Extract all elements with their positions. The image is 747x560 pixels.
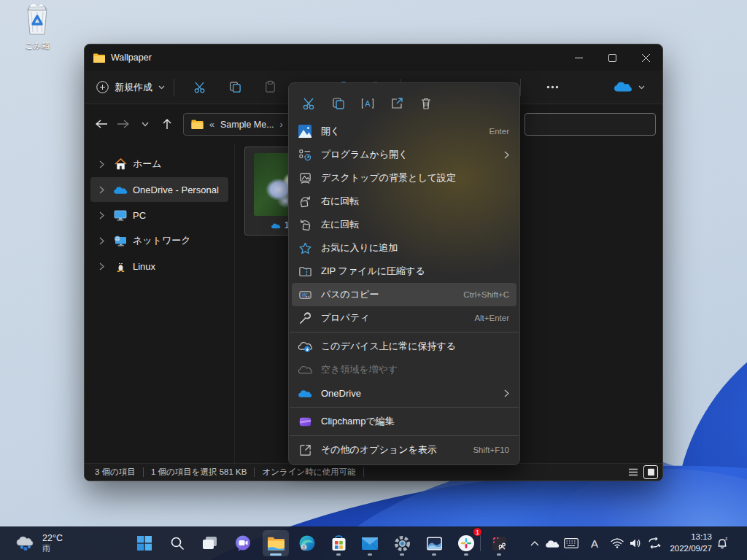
status-divider [143, 467, 144, 477]
navigation-pane: ホーム OneDrive - Personal PC ネットワーク Linux [85, 144, 234, 463]
mail-taskbar-button[interactable] [357, 530, 383, 556]
details-view-button[interactable] [626, 465, 640, 479]
folder-icon [191, 120, 204, 129]
sidebar-item-home[interactable]: ホーム [90, 152, 228, 176]
cloud-download-icon [298, 341, 312, 353]
snipping-tool-taskbar-button[interactable] [486, 530, 512, 556]
weather-condition: 雨 [42, 544, 63, 553]
breadcrumb-root[interactable]: Sample Me... [220, 120, 274, 130]
cut-button[interactable] [295, 91, 324, 116]
breadcrumb-overflow[interactable]: « [209, 120, 214, 130]
toolbar-divider [520, 79, 521, 96]
copy-button[interactable] [218, 75, 252, 100]
forward-button[interactable] [112, 113, 134, 135]
menu-item-show-more-options[interactable]: その他のオプションを表示 Shift+F10 [292, 438, 516, 462]
submenu-arrow-icon [504, 389, 509, 397]
tray-time: 13:13 [670, 532, 712, 543]
sidebar-item-linux[interactable]: Linux [90, 254, 228, 279]
menu-item-open-with[interactable]: プログラムから開く [292, 143, 516, 166]
search-button[interactable] [164, 530, 190, 556]
menu-item-add-to-favorites[interactable]: お気に入りに追加 [292, 236, 516, 260]
menu-item-onedrive[interactable]: OneDrive [292, 381, 516, 405]
zip-folder-icon [298, 265, 312, 279]
chevron-right-icon[interactable] [95, 160, 108, 168]
menu-separator [290, 332, 519, 332]
see-more-button[interactable] [535, 75, 569, 100]
start-button[interactable] [131, 530, 158, 556]
onedrive-tray-icon[interactable] [544, 535, 560, 551]
menu-item-rotate-right[interactable]: 右に回転 [292, 190, 516, 213]
chevron-down-icon [638, 85, 645, 90]
menu-item-always-keep-on-device[interactable]: このデバイス上に常に保持する [292, 335, 516, 358]
set-background-icon [298, 171, 312, 185]
maximize-button[interactable] [595, 44, 629, 71]
menu-item-edit-with-clipchamp[interactable]: Clipchampで編集 [292, 410, 516, 433]
wifi-icon[interactable] [609, 535, 625, 551]
weather-widget[interactable]: 22°C 雨 [9, 526, 69, 560]
tray-overflow-chevron[interactable] [528, 535, 541, 551]
chevron-right-icon[interactable] [95, 211, 108, 219]
slack-taskbar-button[interactable]: 1 [453, 530, 479, 556]
recent-locations-button[interactable] [134, 113, 156, 135]
weather-temperature: 22°C [42, 533, 63, 543]
desktop: ごみ箱 Wallpaper 新規作成 [0, 0, 747, 560]
cut-button[interactable] [183, 75, 217, 100]
sidebar-item-pc[interactable]: PC [90, 203, 228, 228]
minimize-button[interactable] [562, 44, 595, 71]
plus-circle-icon [96, 81, 109, 93]
toolbar-divider [174, 79, 174, 96]
chevron-right-icon[interactable] [95, 262, 108, 271]
chat-button[interactable] [230, 530, 256, 556]
pc-icon [112, 210, 128, 221]
copy-path-icon: W [298, 288, 312, 302]
share-button[interactable] [382, 91, 411, 116]
edge-taskbar-button[interactable] [294, 530, 320, 556]
search-input[interactable] [525, 113, 656, 136]
menu-item-rotate-left[interactable]: 左に回転 [292, 213, 516, 236]
menu-item-copy-path[interactable]: W パスのコピー Ctrl+Shift+C [292, 283, 516, 306]
menu-separator [290, 435, 519, 436]
notification-bell-icon[interactable]: z [713, 535, 731, 551]
volume-icon[interactable] [627, 535, 643, 551]
image-file-icon [298, 124, 312, 139]
recycle-bin-shortcut[interactable]: ごみ箱 [13, 4, 61, 51]
rename-button[interactable]: A [353, 91, 382, 116]
open-with-icon [298, 148, 312, 162]
sidebar-item-label: PC [133, 210, 146, 221]
store-taskbar-button[interactable] [325, 530, 352, 556]
copy-button[interactable] [324, 91, 353, 116]
folder-icon [93, 53, 105, 63]
menu-item-compress-to-zip[interactable]: ZIP ファイルに圧縮する [292, 260, 516, 283]
quick-actions-row: A [289, 88, 519, 120]
context-menu: A 開く Enter プログラムから開く デスクトップの背景として設定 右に [288, 82, 520, 465]
sidebar-item-onedrive[interactable]: OneDrive - Personal [90, 177, 228, 202]
ime-mode-indicator[interactable]: A [588, 535, 601, 551]
cloud-status-icon [271, 222, 281, 229]
settings-taskbar-button[interactable] [389, 530, 415, 556]
chevron-right-icon[interactable] [95, 186, 108, 194]
back-button[interactable] [90, 113, 112, 135]
breadcrumb-separator: › [280, 120, 283, 130]
touch-keyboard-icon[interactable] [563, 535, 579, 551]
photos-taskbar-button[interactable] [421, 530, 447, 556]
menu-item-open[interactable]: 開く Enter [292, 120, 516, 143]
sync-tray-icon[interactable] [645, 535, 662, 551]
new-button[interactable]: 新規作成 [96, 81, 165, 94]
chevron-right-icon[interactable] [95, 237, 108, 245]
task-view-button[interactable] [197, 530, 223, 556]
large-icons-view-button[interactable] [643, 465, 658, 479]
title-bar[interactable]: Wallpaper [85, 44, 662, 71]
clock[interactable]: 13:13 2022/09/27 [670, 532, 712, 554]
sidebar-item-network[interactable]: ネットワーク [90, 228, 228, 253]
delete-button[interactable] [411, 91, 441, 116]
close-button[interactable] [629, 44, 662, 71]
menu-item-properties[interactable]: プロパティ Alt+Enter [292, 306, 516, 330]
onedrive-sync-status[interactable] [614, 81, 645, 93]
paste-button[interactable] [253, 75, 287, 100]
running-indicator [368, 553, 372, 556]
file-explorer-taskbar-button[interactable] [263, 530, 289, 556]
up-button[interactable] [156, 113, 178, 135]
menu-item-set-as-background[interactable]: デスクトップの背景として設定 [292, 166, 516, 190]
chevron-down-icon [158, 85, 165, 90]
recycle-bin-label: ごみ箱 [13, 40, 61, 51]
